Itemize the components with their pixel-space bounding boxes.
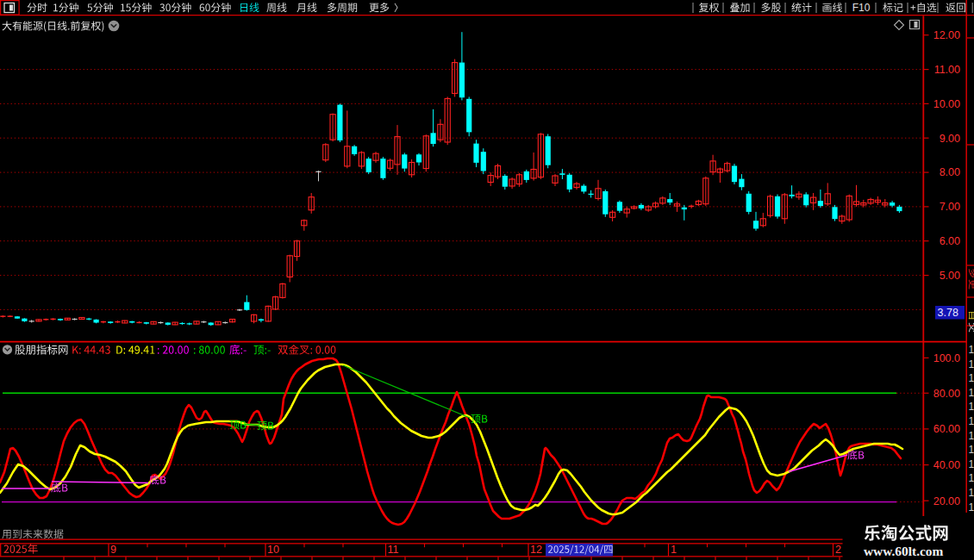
svg-text:5.00: 5.00 xyxy=(940,270,960,282)
svg-text:60.00: 60.00 xyxy=(933,423,960,435)
svg-text:80.00: 80.00 xyxy=(933,388,960,400)
svg-text:www.60lt.com: www.60lt.com xyxy=(864,544,944,558)
svg-text:1: 1 xyxy=(969,372,974,384)
svg-text:1: 1 xyxy=(969,358,974,370)
svg-text:12: 12 xyxy=(530,544,542,556)
svg-text:1: 1 xyxy=(969,487,974,499)
svg-text:6.00: 6.00 xyxy=(940,235,960,247)
svg-text:1: 1 xyxy=(969,415,974,427)
svg-text:9.00: 9.00 xyxy=(940,133,960,145)
svg-text:8.00: 8.00 xyxy=(940,166,960,178)
svg-text:7.00: 7.00 xyxy=(940,201,960,213)
svg-text:12.00: 12.00 xyxy=(933,29,960,41)
svg-text:1: 1 xyxy=(671,544,677,556)
svg-text:1: 1 xyxy=(969,344,974,356)
svg-text:20.00: 20.00 xyxy=(933,495,960,507)
svg-text:100.0: 100.0 xyxy=(933,352,960,364)
svg-text:1: 1 xyxy=(969,430,974,442)
svg-text:10: 10 xyxy=(267,544,279,556)
svg-text:1: 1 xyxy=(969,472,974,484)
svg-text:11.00: 11.00 xyxy=(934,64,960,76)
svg-text:11: 11 xyxy=(388,544,399,556)
svg-text:1: 1 xyxy=(969,458,974,470)
svg-text:9: 9 xyxy=(110,544,116,556)
svg-text:1: 1 xyxy=(969,387,974,399)
svg-text:3.78: 3.78 xyxy=(938,307,958,319)
svg-text:2: 2 xyxy=(835,544,841,556)
svg-text:1: 1 xyxy=(969,501,974,513)
svg-text:40.00: 40.00 xyxy=(933,459,960,471)
svg-text:1: 1 xyxy=(969,401,974,413)
svg-text:1: 1 xyxy=(969,444,974,456)
svg-text:F10: F10 xyxy=(852,2,871,14)
svg-text:10.00: 10.00 xyxy=(933,98,960,110)
